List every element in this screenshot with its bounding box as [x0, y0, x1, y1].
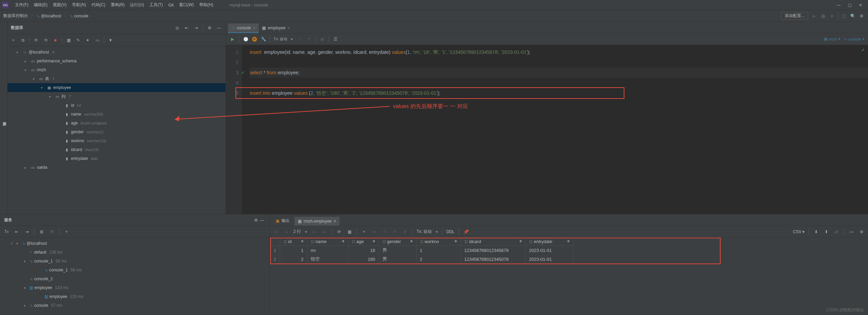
- gear-icon[interactable]: ⚙: [253, 217, 259, 223]
- tree-item-employee[interactable]: ▾▦employee: [8, 83, 226, 92]
- menu-edit[interactable]: 编辑(E): [31, 2, 50, 8]
- menu-run[interactable]: 运行(U): [127, 2, 147, 8]
- menu-view[interactable]: 视图(V): [50, 2, 69, 8]
- service-item-console_1[interactable]: ▾⇘console_156 ms: [0, 257, 269, 266]
- wrench-icon[interactable]: 🔧: [260, 36, 266, 42]
- tree-item-workno[interactable]: ▮worknovarchar(10): [8, 136, 226, 145]
- revert-icon[interactable]: ⟲: [381, 229, 388, 235]
- menu-refactor[interactable]: 重构(R): [108, 2, 128, 8]
- table-icon[interactable]: ▦: [66, 37, 72, 43]
- database-tree[interactable]: ▾⇘ @localhost8 ▸▭performance_schema▾▭rmz…: [8, 46, 226, 214]
- search-icon[interactable]: 🔍: [850, 13, 856, 19]
- database-tool-stripe[interactable]: 数据库: [0, 22, 8, 214]
- tx-mode[interactable]: Tx: 自动: [417, 229, 432, 235]
- menu-tools[interactable]: 工具(T): [147, 2, 165, 8]
- debug-icon[interactable]: ⬤: [820, 13, 826, 19]
- col-workno[interactable]: ☷workno◆: [416, 238, 461, 246]
- bookmark-icon[interactable]: ⚐: [49, 229, 55, 235]
- services-tree[interactable]: ✓▾⇘@localhost✓default136 ms▾⇘console_156…: [0, 238, 269, 311]
- pin-icon[interactable]: 📌: [463, 229, 469, 235]
- import-icon[interactable]: ⬆: [823, 229, 829, 235]
- refresh-icon[interactable]: ⟳: [336, 229, 342, 235]
- col-age[interactable]: ☷age◆: [348, 238, 379, 246]
- menu-help[interactable]: 帮助(H): [197, 2, 216, 8]
- breadcrumb-console[interactable]: ⇘console: [70, 14, 88, 18]
- hide-icon[interactable]: —: [259, 217, 265, 223]
- col-idcard[interactable]: ☷idcard◆: [461, 238, 525, 246]
- result-tab-employee[interactable]: ▦ rmzh.employee ×: [294, 217, 339, 226]
- service-item-default[interactable]: ✓default136 ms: [0, 248, 269, 257]
- tree-item-age[interactable]: ▮agetinyint unsigned: [8, 119, 226, 127]
- export-icon[interactable]: ⬇: [813, 229, 819, 235]
- table-row[interactable]: 22悟空180男21234567890123450782023-01-01: [270, 255, 573, 264]
- commit-icon[interactable]: ⬆: [402, 229, 408, 235]
- service-item-console[interactable]: ▾⇘console57 ms: [0, 301, 269, 310]
- service-item-employee[interactable]: ▾▦employee133 ms: [0, 283, 269, 292]
- tree-item-performance_schema[interactable]: ▸▭performance_schema: [8, 57, 226, 65]
- first-page-icon[interactable]: |◂: [273, 229, 279, 235]
- tab-employee[interactable]: ▦ employee×: [259, 24, 293, 33]
- service-item-@localhost[interactable]: ✓▾⇘@localhost: [0, 239, 269, 248]
- last-page-icon[interactable]: ▸|: [321, 229, 328, 235]
- maximize-icon[interactable]: ▢: [847, 3, 852, 7]
- tx-mode[interactable]: Tx: 自动: [274, 36, 287, 42]
- tab-console[interactable]: ⇘ console×: [228, 24, 259, 33]
- tree-item-sakila[interactable]: ▸▭sakila: [8, 163, 226, 172]
- tree-item-idcard[interactable]: ▮idcardchar(18): [8, 145, 226, 154]
- explain-icon[interactable]: P: [252, 37, 257, 42]
- code-editor[interactable]: 12345 insert employee(id, name, age, gen…: [226, 45, 868, 214]
- add-icon[interactable]: +: [10, 37, 16, 43]
- table-row[interactable]: 11rm18男11234567890123456782023-01-01: [270, 246, 573, 255]
- col-entrydate[interactable]: ☷entrydate◆: [525, 238, 573, 246]
- tree-item-entrydate[interactable]: ▮entrydatedate: [8, 154, 226, 163]
- tree-item-id[interactable]: ▮idint: [8, 101, 226, 110]
- result-table[interactable]: ☷id◆☷name◆☷age◆☷gender◆☷workno◆☷idcard◆☷…: [270, 238, 574, 264]
- menu-code[interactable]: 代码(C): [89, 2, 108, 8]
- tree-item-表[interactable]: ▾▭表1: [8, 74, 226, 83]
- layout-icon[interactable]: ☰: [332, 36, 338, 42]
- collapse-icon[interactable]: ⇤: [14, 229, 20, 235]
- duplicate-icon[interactable]: ⧉: [20, 37, 26, 43]
- service-item-console_2[interactable]: ⇘console_2: [0, 274, 269, 283]
- breadcrumb-root[interactable]: 数据库控制台: [3, 13, 28, 19]
- add-configuration-button[interactable]: 添加配置...: [781, 12, 808, 20]
- stop-icon[interactable]: ■: [829, 13, 835, 19]
- columns-icon[interactable]: ▦: [346, 229, 352, 235]
- tx-icon[interactable]: Tx: [3, 229, 10, 235]
- col-name[interactable]: ☷name◆: [307, 238, 348, 246]
- tree-datasource[interactable]: ▾⇘ @localhost8: [8, 48, 226, 57]
- tree-item-name[interactable]: ▮namevarchar(50): [8, 110, 226, 119]
- wand-icon[interactable]: ✦: [85, 37, 91, 43]
- commit-icon[interactable]: ✓: [296, 36, 302, 42]
- git-icon[interactable]: ⬚: [841, 13, 847, 19]
- prev-page-icon[interactable]: ◂: [283, 229, 289, 235]
- service-item-employee[interactable]: ▦employee133 ms: [0, 292, 269, 301]
- tree-item-列[interactable]: ▾▭列7: [8, 92, 226, 101]
- close-icon[interactable]: ×: [288, 26, 290, 30]
- service-item-console_1[interactable]: ⇘console_156 ms: [0, 266, 269, 274]
- redo-icon[interactable]: ⟳: [392, 229, 398, 235]
- view-icon[interactable]: ▭: [848, 229, 854, 235]
- sync-icon[interactable]: ⟲: [43, 37, 49, 43]
- breadcrumb-host[interactable]: ⇘@localhost: [36, 14, 61, 18]
- hide-icon[interactable]: —: [216, 25, 222, 31]
- settings-icon[interactable]: ⚙: [858, 13, 865, 19]
- ddl-button[interactable]: DDL: [446, 229, 454, 234]
- compare-icon[interactable]: ⇄: [834, 229, 840, 235]
- add-row-icon[interactable]: +: [361, 229, 367, 235]
- collapse-icon[interactable]: ⇤: [184, 25, 190, 31]
- edit-icon[interactable]: ✎: [75, 37, 81, 43]
- col-id[interactable]: ☷id◆: [280, 238, 307, 246]
- layout-icon[interactable]: ⊞: [39, 229, 45, 235]
- tree-item-gender[interactable]: ▮gendervarchar(1): [8, 127, 226, 136]
- delete-row-icon[interactable]: −: [371, 229, 377, 235]
- refresh-icon[interactable]: ⟳: [33, 37, 39, 43]
- close-icon[interactable]: ✕: [858, 3, 863, 7]
- run-icon[interactable]: ▶: [229, 36, 235, 42]
- tree-item-rmzh[interactable]: ▾▭rmzh: [8, 65, 226, 74]
- menu-window[interactable]: 窗口(W): [176, 2, 197, 8]
- rollback-icon[interactable]: ⟲: [306, 36, 312, 42]
- filter-icon[interactable]: ▼: [107, 37, 114, 43]
- col-gender[interactable]: ☷gender◆: [379, 238, 416, 246]
- cancel-icon[interactable]: ▣: [319, 36, 325, 42]
